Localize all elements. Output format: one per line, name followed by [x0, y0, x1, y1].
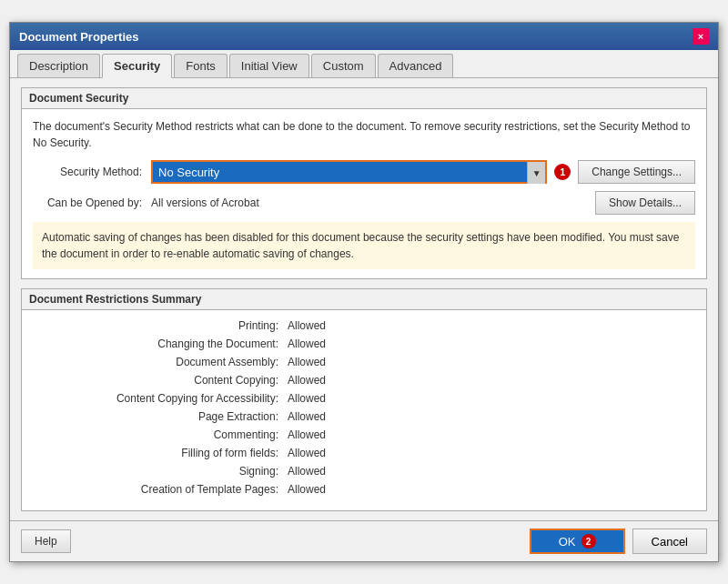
document-security-content: The document's Security Method restricts…: [22, 109, 706, 278]
warning-text-2: changes.: [309, 247, 354, 260]
table-row: Changing the Document: Allowed: [33, 337, 695, 350]
restriction-value-changing: Allowed: [288, 337, 326, 350]
tab-custom[interactable]: Custom: [311, 54, 376, 77]
badge-2: 2: [581, 534, 596, 549]
dialog: Document Properties × Description Securi…: [9, 22, 719, 562]
can-be-opened-row: Can be Opened by: All versions of Acroba…: [33, 191, 695, 215]
change-settings-button[interactable]: Change Settings...: [578, 160, 695, 184]
help-button[interactable]: Help: [21, 529, 71, 553]
close-button[interactable]: ×: [693, 28, 709, 45]
restriction-label-content-copying: Content Copying:: [33, 374, 288, 387]
restriction-label-assembly: Document Assembly:: [33, 356, 288, 368]
warning-box: Automatic saving of changes has been dis…: [33, 222, 695, 269]
can-be-opened-label: Can be Opened by:: [33, 196, 151, 209]
tab-bar: Description Security Fonts Initial View …: [10, 50, 718, 78]
restriction-value-form-fields: Allowed: [288, 447, 326, 459]
restriction-label-form-fields: Filling of form fields:: [33, 447, 288, 459]
restriction-value-accessibility: Allowed: [288, 392, 326, 405]
document-security-title: Document Security: [22, 88, 706, 109]
restriction-value-printing: Allowed: [288, 319, 326, 332]
table-row: Signing: Allowed: [33, 465, 695, 478]
table-row: Printing: Allowed: [33, 319, 695, 332]
footer-left: Help: [21, 529, 522, 553]
badge-1: 1: [554, 164, 571, 180]
restriction-value-signing: Allowed: [288, 465, 326, 478]
table-row: Content Copying for Accessibility: Allow…: [33, 392, 695, 405]
tab-description[interactable]: Description: [17, 54, 100, 77]
restriction-label-printing: Printing:: [33, 319, 288, 332]
document-security-section: Document Security The document's Securit…: [21, 87, 707, 279]
table-row: Filling of form fields: Allowed: [33, 447, 695, 459]
restriction-label-template: Creation of Template Pages:: [33, 483, 288, 496]
restriction-label-accessibility: Content Copying for Accessibility:: [33, 392, 288, 405]
dialog-title: Document Properties: [19, 30, 138, 44]
restrictions-content: Printing: Allowed Changing the Document:…: [22, 310, 706, 510]
restriction-value-extraction: Allowed: [288, 410, 326, 423]
tab-fonts[interactable]: Fonts: [174, 54, 228, 77]
show-details-button[interactable]: Show Details...: [595, 191, 695, 215]
table-row: Content Copying: Allowed: [33, 374, 695, 387]
title-bar: Document Properties ×: [10, 23, 718, 50]
table-row: Commenting: Allowed: [33, 428, 695, 441]
footer: Help OK 2 Cancel: [10, 520, 718, 561]
table-row: Document Assembly: Allowed: [33, 356, 695, 368]
table-row: Page Extraction: Allowed: [33, 410, 695, 423]
ok-label: OK: [559, 535, 576, 549]
restriction-label-changing: Changing the Document:: [33, 337, 288, 350]
document-restrictions-title: Document Restrictions Summary: [22, 289, 706, 310]
security-method-label: Security Method:: [33, 166, 151, 178]
security-method-value: No Security: [158, 166, 540, 179]
restriction-value-content-copying: Allowed: [288, 374, 326, 387]
security-method-row: Security Method: No Security ▼ 1 Change …: [33, 160, 695, 184]
restriction-value-assembly: Allowed: [288, 356, 326, 368]
main-content: Document Security The document's Securit…: [10, 78, 718, 520]
restriction-value-commenting: Allowed: [288, 428, 326, 441]
security-select-wrap: No Security ▼ 1 Change Settings...: [151, 160, 695, 184]
can-be-opened-value: All versions of Acrobat: [151, 196, 259, 209]
document-restrictions-section: Document Restrictions Summary Printing: …: [21, 288, 707, 511]
footer-right: OK 2 Cancel: [530, 529, 707, 554]
security-description: The document's Security Method restricts…: [33, 118, 695, 151]
restriction-label-signing: Signing:: [33, 465, 288, 478]
restriction-label-commenting: Commenting:: [33, 428, 288, 441]
can-be-opened-wrap: All versions of Acrobat Show Details...: [151, 191, 695, 215]
tab-initial-view[interactable]: Initial View: [229, 54, 309, 77]
table-row: Creation of Template Pages: Allowed: [33, 483, 695, 496]
warning-text-1: Automatic saving of changes has been dis…: [42, 231, 679, 260]
security-method-select[interactable]: No Security ▼: [151, 160, 547, 184]
restriction-value-template: Allowed: [288, 483, 326, 496]
tab-advanced[interactable]: Advanced: [378, 54, 454, 77]
cancel-button[interactable]: Cancel: [632, 529, 707, 554]
ok-button[interactable]: OK 2: [530, 529, 625, 554]
tab-security[interactable]: Security: [102, 54, 172, 78]
restriction-label-extraction: Page Extraction:: [33, 410, 288, 423]
select-arrow-icon: ▼: [527, 162, 545, 184]
